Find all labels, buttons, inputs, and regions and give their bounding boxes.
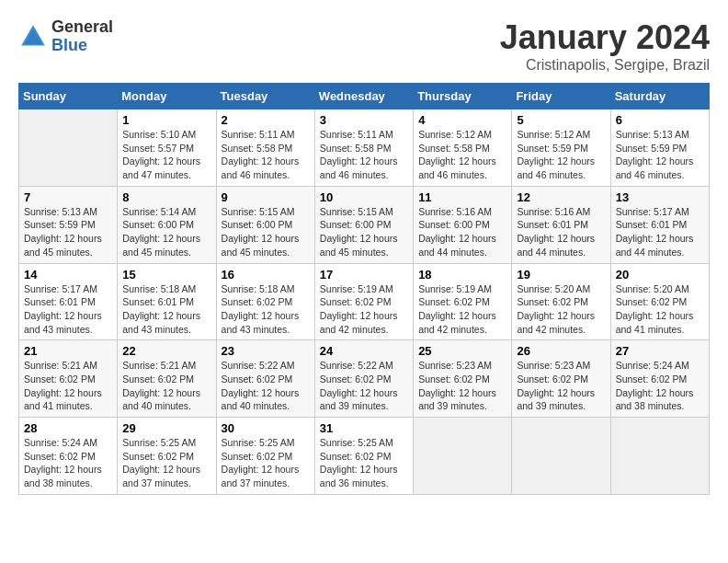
calendar-table: SundayMondayTuesdayWednesdayThursdayFrid…	[18, 83, 710, 495]
cell-content: 31Sunrise: 5:25 AMSunset: 6:02 PMDayligh…	[320, 421, 408, 490]
week-row-1: 1Sunrise: 5:10 AMSunset: 5:57 PMDaylight…	[19, 109, 710, 187]
cell-info: Sunrise: 5:12 AMSunset: 5:58 PMDaylight:…	[418, 128, 506, 182]
cell-content: 26Sunrise: 5:23 AMSunset: 6:02 PMDayligh…	[517, 344, 605, 413]
cell-date: 12	[517, 190, 605, 204]
header-saturday: Saturday	[610, 84, 709, 109]
cell-content: 8Sunrise: 5:14 AMSunset: 6:00 PMDaylight…	[122, 190, 210, 259]
cell-info: Sunrise: 5:25 AMSunset: 6:02 PMDaylight:…	[122, 436, 210, 490]
cell-date: 28	[24, 421, 112, 435]
calendar-cell: 3Sunrise: 5:11 AMSunset: 5:58 PMDaylight…	[314, 109, 413, 187]
calendar-cell: 20Sunrise: 5:20 AMSunset: 6:02 PMDayligh…	[610, 263, 709, 340]
cell-date: 11	[418, 190, 506, 204]
cell-content: 11Sunrise: 5:16 AMSunset: 6:00 PMDayligh…	[418, 190, 506, 259]
calendar-cell: 8Sunrise: 5:14 AMSunset: 6:00 PMDaylight…	[118, 186, 216, 263]
cell-date: 27	[616, 344, 704, 358]
header-friday: Friday	[512, 84, 610, 109]
cell-date: 7	[24, 190, 112, 204]
cell-date: 9	[222, 190, 310, 204]
week-row-2: 7Sunrise: 5:13 AMSunset: 5:59 PMDaylight…	[19, 186, 710, 263]
cell-date: 15	[122, 268, 210, 282]
calendar-cell: 21Sunrise: 5:21 AMSunset: 6:02 PMDayligh…	[19, 340, 118, 418]
calendar-cell: 10Sunrise: 5:15 AMSunset: 6:00 PMDayligh…	[314, 186, 413, 263]
cell-content: 10Sunrise: 5:15 AMSunset: 6:00 PMDayligh…	[320, 190, 408, 259]
cell-info: Sunrise: 5:15 AMSunset: 6:00 PMDaylight:…	[320, 205, 408, 259]
calendar-cell: 11Sunrise: 5:16 AMSunset: 6:00 PMDayligh…	[414, 186, 512, 263]
cell-content: 27Sunrise: 5:24 AMSunset: 6:02 PMDayligh…	[616, 344, 704, 413]
cell-content: 24Sunrise: 5:22 AMSunset: 6:02 PMDayligh…	[320, 344, 408, 413]
cell-info: Sunrise: 5:15 AMSunset: 6:00 PMDaylight:…	[222, 205, 310, 259]
cell-info: Sunrise: 5:19 AMSunset: 6:02 PMDaylight:…	[418, 282, 506, 337]
cell-info: Sunrise: 5:20 AMSunset: 6:02 PMDaylight:…	[616, 282, 704, 337]
cell-date: 17	[320, 268, 408, 282]
title-block: January 2024 Cristinapolis, Sergipe, Bra…	[500, 18, 710, 74]
cell-content: 18Sunrise: 5:19 AMSunset: 6:02 PMDayligh…	[418, 268, 506, 337]
header-tuesday: Tuesday	[216, 84, 314, 109]
calendar-header: SundayMondayTuesdayWednesdayThursdayFrid…	[19, 84, 710, 109]
cell-date: 19	[517, 268, 605, 282]
cell-info: Sunrise: 5:17 AMSunset: 6:01 PMDaylight:…	[616, 205, 704, 259]
week-row-4: 21Sunrise: 5:21 AMSunset: 6:02 PMDayligh…	[19, 340, 710, 418]
calendar-cell: 30Sunrise: 5:25 AMSunset: 6:02 PMDayligh…	[216, 418, 314, 495]
cell-date: 14	[24, 268, 112, 282]
cell-content: 30Sunrise: 5:25 AMSunset: 6:02 PMDayligh…	[222, 421, 310, 490]
cell-content: 22Sunrise: 5:21 AMSunset: 6:02 PMDayligh…	[122, 344, 210, 413]
cell-info: Sunrise: 5:23 AMSunset: 6:02 PMDaylight:…	[517, 359, 605, 413]
cell-info: Sunrise: 5:19 AMSunset: 6:02 PMDaylight:…	[320, 282, 408, 337]
week-row-5: 28Sunrise: 5:24 AMSunset: 6:02 PMDayligh…	[19, 418, 710, 495]
cell-content: 3Sunrise: 5:11 AMSunset: 5:58 PMDaylight…	[320, 113, 408, 182]
cell-content: 20Sunrise: 5:20 AMSunset: 6:02 PMDayligh…	[616, 268, 704, 337]
cell-date: 26	[517, 344, 605, 358]
calendar-cell: 17Sunrise: 5:19 AMSunset: 6:02 PMDayligh…	[314, 263, 413, 340]
cell-info: Sunrise: 5:23 AMSunset: 6:02 PMDaylight:…	[418, 359, 506, 413]
cell-content: 15Sunrise: 5:18 AMSunset: 6:01 PMDayligh…	[122, 268, 210, 337]
logo-blue: Blue	[51, 37, 113, 55]
cell-info: Sunrise: 5:13 AMSunset: 5:59 PMDaylight:…	[24, 205, 112, 259]
calendar-cell: 25Sunrise: 5:23 AMSunset: 6:02 PMDayligh…	[414, 340, 512, 418]
page-header: General Blue January 2024 Cristinapolis,…	[18, 18, 710, 74]
logo: General Blue	[18, 18, 113, 55]
cell-info: Sunrise: 5:21 AMSunset: 6:02 PMDaylight:…	[24, 359, 112, 413]
cell-date: 23	[222, 344, 310, 358]
cell-content: 17Sunrise: 5:19 AMSunset: 6:02 PMDayligh…	[320, 268, 408, 337]
cell-content: 1Sunrise: 5:10 AMSunset: 5:57 PMDaylight…	[122, 113, 210, 182]
cell-date: 22	[122, 344, 210, 358]
calendar-cell: 26Sunrise: 5:23 AMSunset: 6:02 PMDayligh…	[512, 340, 610, 418]
cell-date: 1	[122, 113, 210, 127]
calendar-cell: 1Sunrise: 5:10 AMSunset: 5:57 PMDaylight…	[118, 109, 216, 187]
cell-content: 21Sunrise: 5:21 AMSunset: 6:02 PMDayligh…	[24, 344, 112, 413]
cell-info: Sunrise: 5:20 AMSunset: 6:02 PMDaylight:…	[517, 282, 605, 337]
calendar-cell	[19, 109, 118, 187]
calendar-cell: 5Sunrise: 5:12 AMSunset: 5:59 PMDaylight…	[512, 109, 610, 187]
cell-info: Sunrise: 5:22 AMSunset: 6:02 PMDaylight:…	[320, 359, 408, 413]
cell-date: 3	[320, 113, 408, 127]
cell-date: 29	[122, 421, 210, 435]
calendar-cell: 13Sunrise: 5:17 AMSunset: 6:01 PMDayligh…	[610, 186, 709, 263]
cell-date: 6	[616, 113, 704, 127]
cell-content: 28Sunrise: 5:24 AMSunset: 6:02 PMDayligh…	[24, 421, 112, 490]
cell-date: 16	[222, 268, 310, 282]
calendar-cell: 6Sunrise: 5:13 AMSunset: 5:59 PMDaylight…	[610, 109, 709, 187]
calendar-cell: 9Sunrise: 5:15 AMSunset: 6:00 PMDaylight…	[216, 186, 314, 263]
calendar-cell: 4Sunrise: 5:12 AMSunset: 5:58 PMDaylight…	[414, 109, 512, 187]
calendar-cell: 7Sunrise: 5:13 AMSunset: 5:59 PMDaylight…	[19, 186, 118, 263]
cell-info: Sunrise: 5:18 AMSunset: 6:01 PMDaylight:…	[122, 282, 210, 337]
cell-content: 6Sunrise: 5:13 AMSunset: 5:59 PMDaylight…	[616, 113, 704, 182]
cell-content: 29Sunrise: 5:25 AMSunset: 6:02 PMDayligh…	[122, 421, 210, 490]
week-row-3: 14Sunrise: 5:17 AMSunset: 6:01 PMDayligh…	[19, 263, 710, 340]
cell-info: Sunrise: 5:24 AMSunset: 6:02 PMDaylight:…	[24, 436, 112, 490]
cell-date: 30	[222, 421, 310, 435]
header-sunday: Sunday	[19, 84, 118, 109]
cell-date: 24	[320, 344, 408, 358]
cell-info: Sunrise: 5:16 AMSunset: 6:01 PMDaylight:…	[517, 205, 605, 259]
cell-date: 18	[418, 268, 506, 282]
cell-date: 20	[616, 268, 704, 282]
cell-date: 8	[122, 190, 210, 204]
cell-date: 2	[222, 113, 310, 127]
cell-info: Sunrise: 5:16 AMSunset: 6:00 PMDaylight:…	[418, 205, 506, 259]
cell-info: Sunrise: 5:25 AMSunset: 6:02 PMDaylight:…	[320, 436, 408, 490]
header-thursday: Thursday	[414, 84, 512, 109]
logo-text: General Blue	[51, 18, 113, 55]
calendar-cell: 28Sunrise: 5:24 AMSunset: 6:02 PMDayligh…	[19, 418, 118, 495]
cell-date: 21	[24, 344, 112, 358]
cell-date: 13	[616, 190, 704, 204]
